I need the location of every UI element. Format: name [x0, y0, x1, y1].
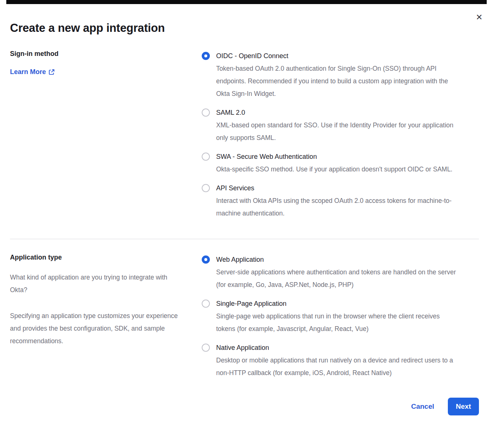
section-divider — [10, 239, 479, 239]
radio-option-api-services: API Services Interact with Okta APIs usi… — [202, 182, 479, 220]
radio-option-label[interactable]: Web Application — [216, 253, 460, 266]
radio-option-saml: SAML 2.0 XML-based open standard for SSO… — [202, 106, 479, 144]
radio-option-description: Desktop or mobile applications that run … — [216, 354, 460, 379]
radio-option-label[interactable]: API Services — [216, 182, 460, 194]
radio-option-web-application: Web Application Server-side applications… — [202, 253, 479, 291]
radio-option-label[interactable]: SAML 2.0 — [216, 106, 460, 119]
radio-option-label[interactable]: Single-Page Application — [216, 297, 460, 310]
next-button[interactable]: Next — [448, 398, 479, 415]
radio-selected-icon[interactable] — [202, 52, 210, 60]
radio-option-description: Single-page web applications that run in… — [216, 310, 460, 335]
radio-option-label[interactable]: OIDC - OpenID Connect — [216, 50, 460, 62]
dialog-footer: Cancel Next — [10, 398, 479, 415]
radio-selected-icon[interactable] — [202, 255, 210, 264]
radio-option-description: Server-side applications where authentic… — [216, 266, 460, 291]
radio-unselected-icon[interactable] — [202, 108, 210, 117]
signin-method-label: Sign-in method — [10, 50, 202, 58]
radio-unselected-icon[interactable] — [202, 153, 210, 161]
radio-option-label[interactable]: Native Application — [216, 341, 460, 354]
cancel-button[interactable]: Cancel — [411, 402, 434, 411]
create-app-integration-dialog: Create a new app integration Sign-in met… — [0, 0, 493, 415]
close-icon[interactable]: ✕ — [476, 13, 483, 21]
radio-unselected-icon[interactable] — [202, 344, 210, 352]
radio-option-swa: SWA - Secure Web Authentication Okta-spe… — [202, 150, 479, 175]
external-link-icon — [48, 69, 55, 75]
application-type-section: Application type What kind of applicatio… — [10, 253, 479, 379]
radio-option-oidc: OIDC - OpenID Connect Token-based OAuth … — [202, 50, 479, 100]
top-bar — [6, 0, 487, 4]
signin-method-section: Sign-in method Learn More OIDC - OpenID … — [10, 50, 479, 220]
learn-more-link[interactable]: Learn More — [10, 68, 55, 76]
radio-unselected-icon[interactable] — [202, 184, 210, 192]
application-type-help-text: Specifying an application type customize… — [10, 310, 185, 347]
radio-option-description: XML-based open standard for SSO. Use if … — [216, 119, 460, 144]
application-type-question: What kind of application are you trying … — [10, 271, 185, 296]
radio-option-native-application: Native Application Desktop or mobile app… — [202, 341, 479, 379]
learn-more-label: Learn More — [10, 68, 46, 76]
radio-option-description: Interact with Okta APIs using the scoped… — [216, 194, 460, 220]
radio-option-single-page-application: Single-Page Application Single-page web … — [202, 297, 479, 335]
radio-option-label[interactable]: SWA - Secure Web Authentication — [216, 150, 452, 163]
application-type-label: Application type — [10, 253, 202, 261]
radio-option-description: Token-based OAuth 2.0 authentication for… — [216, 62, 460, 100]
page-title: Create a new app integration — [10, 21, 479, 35]
radio-unselected-icon[interactable] — [202, 300, 210, 308]
radio-option-description: Okta-specific SSO method. Use if your ap… — [216, 163, 452, 175]
